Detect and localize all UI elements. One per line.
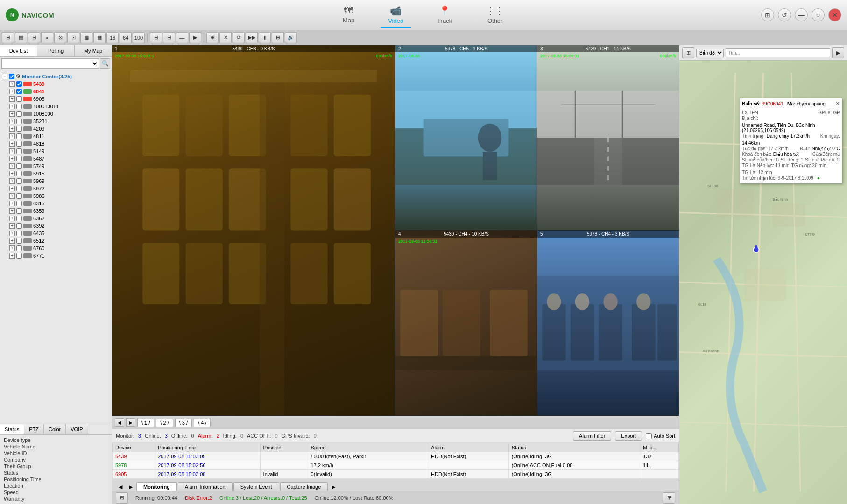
tab-map[interactable]: 🗺 Map [335, 2, 362, 28]
cb-5972[interactable] [16, 186, 22, 191]
cb-100010011[interactable] [16, 104, 22, 109]
expand-6041[interactable]: + [9, 89, 15, 94]
page-tab-3[interactable]: \ 3 / [175, 419, 192, 427]
tree-item-6359[interactable]: + 6359 [2, 207, 110, 215]
page-tab-1[interactable]: \ 1 / [137, 419, 154, 427]
toolbar-btn-17[interactable]: ✕ [219, 32, 232, 43]
expand-6771[interactable]: + [9, 253, 15, 259]
auto-sort-checkbox[interactable] [646, 433, 652, 439]
toolbar-btn-4[interactable]: ▪ [41, 32, 53, 43]
search-button[interactable]: 🔍 [100, 58, 110, 69]
video-cell-1[interactable]: 5439 - CH3 - 0 KB/S 1 2017-09-08 15:03:5… [112, 45, 395, 415]
tree-item-1008000[interactable]: + 1008000 [2, 110, 110, 118]
table-row[interactable]: 5978 2017-09-08 15:02:56 17.2 km/h (Onli… [113, 461, 679, 470]
cb-35231[interactable] [16, 119, 22, 124]
grid-button[interactable]: ⊞ [761, 8, 774, 21]
popup-close-btn[interactable]: ✕ [835, 100, 840, 107]
toolbar-btn-3[interactable]: ⊟ [28, 32, 40, 43]
tree-item-6041[interactable]: + 6041 [2, 88, 110, 95]
expand-5439[interactable]: + [9, 81, 15, 87]
cb-4209[interactable] [16, 126, 22, 132]
map-search-input[interactable] [726, 48, 830, 57]
toolbar-btn-8[interactable]: ▦ [93, 32, 106, 43]
bottom-right-btn[interactable]: ▶ [329, 483, 338, 491]
prev-page-btn[interactable]: ◀ [115, 418, 124, 427]
cb-4818[interactable] [16, 141, 22, 147]
bottom-next-btn[interactable]: ▶ [126, 483, 135, 491]
cb-6771[interactable] [16, 253, 22, 259]
expand-100010011[interactable]: + [9, 104, 15, 109]
cb-5149[interactable] [16, 148, 22, 154]
tree-item-5986[interactable]: + 5986 [2, 192, 110, 200]
cb-1008000[interactable] [16, 111, 22, 117]
tree-item-4811[interactable]: + 4811 [2, 133, 110, 140]
tab-ptz[interactable]: PTZ [24, 424, 44, 434]
toolbar-btn-18[interactable]: ⟳ [233, 32, 245, 43]
expand-6905[interactable]: + [9, 96, 15, 102]
tree-item-5439[interactable]: + 5439 [2, 80, 110, 88]
expand-1008000[interactable]: + [9, 111, 15, 117]
bottom-prev-btn[interactable]: ◀ [116, 483, 125, 491]
cb-6760[interactable] [16, 245, 22, 251]
tab-monitoring[interactable]: Monitoring [136, 482, 177, 491]
tree-item-6392[interactable]: + 6392 [2, 222, 110, 230]
expand-5149[interactable]: + [9, 148, 15, 154]
toolbar-btn-14[interactable]: — [176, 32, 188, 43]
toolbar-btn-12[interactable]: ⊞ [150, 32, 162, 43]
expand-5749[interactable]: + [9, 163, 15, 169]
tab-other[interactable]: ⋮⋮ Other [478, 2, 512, 28]
page-tab-4[interactable]: \ 4 / [194, 419, 211, 427]
map-toggle-right[interactable]: ▶ [832, 47, 844, 58]
tree-item-6435[interactable]: + 6435 [2, 230, 110, 237]
cb-6315[interactable] [16, 201, 22, 206]
tree-item-5972[interactable]: + 5972 [2, 185, 110, 192]
expand-6392[interactable]: + [9, 223, 15, 229]
tree-item-100010011[interactable]: + 100010011 [2, 103, 110, 110]
expand-6512[interactable]: + [9, 238, 15, 244]
expand-6359[interactable]: + [9, 208, 15, 214]
tab-track[interactable]: 📍 Track [430, 2, 459, 28]
expand-5487[interactable]: + [9, 156, 15, 161]
cb-4811[interactable] [16, 133, 22, 139]
refresh-button[interactable]: ↺ [778, 8, 791, 21]
tree-item-35231[interactable]: + 35231 [2, 118, 110, 125]
video-cell-5[interactable]: 5978 - CH4 - 3 KB/S 5 [537, 231, 679, 415]
status-right-btn[interactable]: ⊞ [663, 492, 675, 504]
tab-capture-image[interactable]: Capture Image [280, 482, 328, 491]
tab-status[interactable]: Status [0, 424, 24, 434]
cb-5487[interactable] [16, 156, 22, 161]
tree-item-6512[interactable]: + 6512 [2, 237, 110, 245]
tab-color[interactable]: Color [44, 424, 66, 434]
video-cell-2[interactable]: 5978 - CH5 - 1 KB/S 2 2017-09-08 [395, 45, 537, 230]
tab-devlist[interactable]: Dev List [0, 45, 37, 56]
cb-5749[interactable] [16, 163, 22, 169]
toolbar-btn-11[interactable]: 100 [133, 32, 145, 43]
expand-4209[interactable]: + [9, 126, 15, 132]
tree-item-6771[interactable]: + 6771 [2, 252, 110, 259]
toolbar-btn-15[interactable]: ▶ [189, 32, 201, 43]
cb-5986[interactable] [16, 193, 22, 199]
video-cell-4[interactable]: 5439 - CH4 - 10 KB/S 4 2017-09-08 11:06:… [395, 231, 537, 415]
minimize-button[interactable]: — [795, 8, 808, 21]
alarm-filter-button[interactable]: Alarm Filter [573, 431, 611, 441]
cb-6905[interactable] [16, 96, 22, 102]
toolbar-btn-9[interactable]: 16 [106, 32, 119, 43]
close-button[interactable]: ✕ [828, 8, 841, 21]
tree-item-6362[interactable]: + 6362 [2, 215, 110, 222]
maximize-button[interactable]: ○ [812, 8, 825, 21]
expand-6315[interactable]: + [9, 201, 15, 206]
toolbar-btn-22[interactable]: 🔊 [285, 32, 297, 43]
cb-5915[interactable] [16, 171, 22, 176]
tree-item-5749[interactable]: + 5749 [2, 162, 110, 170]
cb-6362[interactable] [16, 216, 22, 221]
tree-item-6760[interactable]: + 6760 [2, 245, 110, 252]
cb-6359[interactable] [16, 208, 22, 214]
toolbar-btn-13[interactable]: ⊟ [163, 32, 175, 43]
toolbar-btn-20[interactable]: ⏸ [259, 32, 271, 43]
root-checkbox[interactable] [9, 74, 14, 79]
cb-5969[interactable] [16, 178, 22, 184]
cb-6392[interactable] [16, 223, 22, 229]
video-cell-3[interactable]: 5439 - CH1 - 14 KB/S 3 2017-09-08 16:09:… [537, 45, 679, 230]
tree-item-5915[interactable]: + 5915 [2, 170, 110, 177]
table-row[interactable]: 6905 2017-09-08 15:03:08 Invalid 0(Inval… [113, 470, 679, 479]
